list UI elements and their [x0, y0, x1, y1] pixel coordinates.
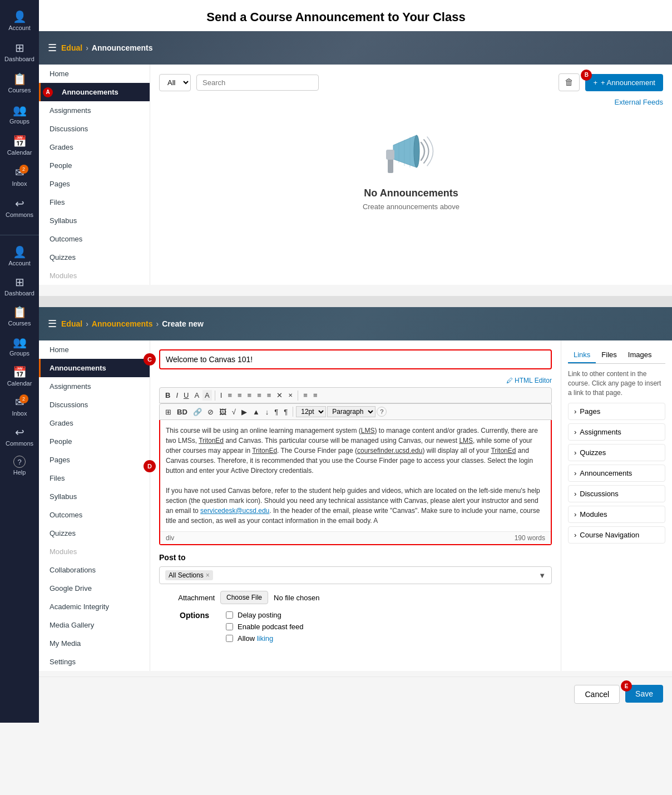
- editor-paragraph[interactable]: ¶: [272, 407, 280, 417]
- sidebar-item-courses-2[interactable]: 📋 Courses: [0, 301, 39, 331]
- course-nav-assignments-2[interactable]: Assignments: [39, 377, 150, 396]
- course-nav-pages-2[interactable]: Pages: [39, 451, 150, 469]
- sidebar-item-groups-2[interactable]: 👥 Groups: [0, 331, 39, 361]
- editor-align-center[interactable]: ≡: [235, 390, 244, 401]
- editor-bold2[interactable]: BD: [175, 407, 190, 417]
- hamburger-menu-1[interactable]: ☰: [48, 42, 57, 54]
- editor-link[interactable]: 🔗: [191, 407, 204, 417]
- course-nav-settings-2[interactable]: Settings: [39, 653, 150, 671]
- right-panel-pages[interactable]: › Pages: [568, 403, 665, 420]
- editor-align2[interactable]: ≡: [265, 390, 274, 401]
- course-nav-discussions-1[interactable]: Discussions: [39, 120, 150, 138]
- sidebar-item-commons[interactable]: ↩ Commons: [0, 192, 39, 223]
- editor-italic2[interactable]: I: [218, 390, 225, 401]
- right-panel-discussions[interactable]: › Discussions: [568, 485, 665, 502]
- editor-media[interactable]: ▶: [239, 407, 249, 417]
- editor-underline[interactable]: U: [181, 390, 191, 401]
- course-nav-assignments-1[interactable]: Assignments: [39, 101, 150, 120]
- post-to-input[interactable]: All Sections × ▼: [159, 566, 552, 584]
- sidebar-item-dashboard-2[interactable]: ⊞ Dashboard: [0, 271, 39, 301]
- right-panel-course-navigation[interactable]: › Course Navigation: [568, 526, 665, 544]
- right-panel-announcements[interactable]: › Announcements: [568, 465, 665, 482]
- editor-unlink[interactable]: ⊘: [205, 407, 216, 417]
- hamburger-menu-2[interactable]: ☰: [48, 318, 57, 330]
- sidebar-item-inbox[interactable]: ✉ 2 Inbox: [0, 161, 39, 191]
- course-nav-home-2[interactable]: Home: [39, 340, 150, 359]
- course-nav-pages-1[interactable]: Pages: [39, 175, 150, 193]
- editor-table[interactable]: ⊞: [163, 407, 174, 417]
- breadcrumb-middle-2[interactable]: Announcements: [92, 319, 153, 328]
- course-nav-quizzes-1[interactable]: Quizzes: [39, 248, 150, 266]
- right-panel-quizzes[interactable]: › Quizzes: [568, 444, 665, 461]
- course-nav-my-media-2[interactable]: My Media: [39, 634, 150, 653]
- editor-strikethrough[interactable]: ✕: [274, 390, 285, 401]
- course-nav-quizzes-2[interactable]: Quizzes: [39, 524, 150, 542]
- course-nav-academic-integrity-2[interactable]: Academic Integrity: [39, 598, 150, 616]
- delete-button[interactable]: 🗑: [559, 73, 580, 91]
- editor-direction[interactable]: ¶: [281, 407, 290, 417]
- editor-image[interactable]: 🖼: [217, 407, 229, 417]
- course-nav-collaborations-2[interactable]: Collaborations: [39, 561, 150, 579]
- course-nav-people-1[interactable]: People: [39, 156, 150, 175]
- sidebar-item-courses[interactable]: 📋 Courses: [0, 68, 39, 98]
- course-nav-files-2[interactable]: Files: [39, 469, 150, 487]
- course-nav-syllabus-1[interactable]: Syllabus: [39, 211, 150, 230]
- search-input[interactable]: [196, 75, 319, 91]
- editor-italic[interactable]: I: [174, 390, 180, 401]
- post-to-dropdown-arrow[interactable]: ▼: [538, 571, 546, 580]
- filter-select[interactable]: All: [159, 74, 191, 91]
- cancel-button[interactable]: Cancel: [574, 685, 620, 704]
- editor-subscript[interactable]: ✕: [286, 391, 295, 399]
- choose-file-button[interactable]: Choose File: [220, 591, 268, 604]
- course-nav-discussions-2[interactable]: Discussions: [39, 396, 150, 414]
- sidebar-item-account-2[interactable]: 👤 Account: [0, 241, 39, 271]
- editor-flash[interactable]: ▲: [250, 407, 262, 417]
- editor-formula[interactable]: √: [230, 407, 238, 417]
- editor-font-size[interactable]: 12pt: [296, 406, 326, 417]
- tab-links[interactable]: Links: [568, 347, 596, 363]
- course-nav-media-gallery-2[interactable]: Media Gallery: [39, 616, 150, 634]
- allow-liking-checkbox[interactable]: [226, 635, 233, 642]
- sidebar-item-inbox-2[interactable]: ✉ 2 Inbox: [0, 391, 39, 421]
- course-nav-announcements-1[interactable]: A Announcements: [39, 83, 150, 101]
- editor-embed[interactable]: ↓: [263, 407, 271, 417]
- course-nav-grades-1[interactable]: Grades: [39, 138, 150, 156]
- editor-help-toolbar[interactable]: ?: [377, 407, 387, 417]
- editor-bold[interactable]: B: [163, 390, 172, 401]
- editor-align-justify[interactable]: ≡: [255, 390, 264, 401]
- editor-content[interactable]: This course will be using an online lear…: [160, 420, 551, 531]
- right-panel-assignments[interactable]: › Assignments: [568, 423, 665, 441]
- course-nav-announcements-2[interactable]: Announcements: [39, 359, 150, 377]
- tab-images[interactable]: Images: [622, 347, 658, 363]
- course-nav-outcomes-2[interactable]: Outcomes: [39, 506, 150, 524]
- course-nav-files-1[interactable]: Files: [39, 193, 150, 211]
- editor-text-color[interactable]: A: [192, 390, 201, 401]
- breadcrumb-home-1[interactable]: Edual: [61, 43, 82, 52]
- course-nav-grades-2[interactable]: Grades: [39, 414, 150, 432]
- sidebar-item-commons-2[interactable]: ↩ Commons: [0, 421, 39, 451]
- sidebar-item-groups[interactable]: 👥 Groups: [0, 99, 39, 129]
- editor-align-left[interactable]: ≡: [225, 390, 234, 401]
- editor-bullet-list[interactable]: ≡: [301, 390, 310, 401]
- html-editor-link[interactable]: 🖊 HTML Editor: [506, 377, 552, 384]
- breadcrumb-home-2[interactable]: Edual: [61, 319, 82, 328]
- right-panel-modules[interactable]: › Modules: [568, 506, 665, 523]
- editor-align-right[interactable]: ≡: [245, 390, 254, 401]
- editor-highlight[interactable]: A: [202, 390, 212, 401]
- sidebar-item-calendar[interactable]: 📅 Calendar: [0, 130, 39, 160]
- sidebar-item-account[interactable]: 👤 Account: [0, 6, 39, 36]
- tab-files[interactable]: Files: [596, 347, 622, 363]
- editor-numbered-list[interactable]: ≡: [311, 390, 320, 401]
- course-nav-google-drive-2[interactable]: Google Drive: [39, 579, 150, 598]
- sidebar-item-calendar-2[interactable]: 📅 Calendar: [0, 361, 39, 391]
- editor-paragraph-style[interactable]: Paragraph: [327, 406, 375, 417]
- sidebar-item-help[interactable]: ? Help: [0, 451, 39, 480]
- delay-posting-checkbox[interactable]: [226, 611, 233, 619]
- course-nav-home-1[interactable]: Home: [39, 65, 150, 83]
- tag-remove[interactable]: ×: [206, 571, 210, 579]
- announcement-title-input[interactable]: [160, 350, 551, 368]
- course-nav-outcomes-1[interactable]: Outcomes: [39, 230, 150, 248]
- podcast-feed-checkbox[interactable]: [226, 623, 233, 630]
- course-nav-syllabus-2[interactable]: Syllabus: [39, 487, 150, 506]
- sidebar-item-dashboard[interactable]: ⊞ Dashboard: [0, 37, 39, 67]
